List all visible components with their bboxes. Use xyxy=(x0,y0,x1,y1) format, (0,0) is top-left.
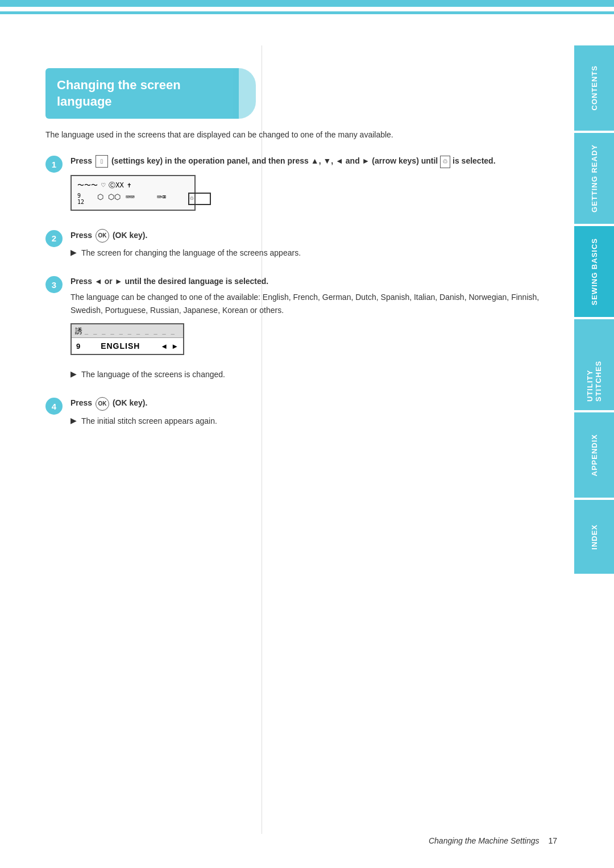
step-1-instruction: Press  (settings key) in the operation … xyxy=(70,155,540,168)
ok-key-icon-4: OK xyxy=(96,397,109,411)
lang-name: ENGLISH xyxy=(101,341,140,350)
cxx-icon: ⒸΧΧ xyxy=(109,181,123,190)
page-number: 17 xyxy=(548,836,557,845)
step-1-number: 1 xyxy=(45,156,63,173)
step-4: 4 Press OK (OK key). ▶ The initial stitc… xyxy=(45,397,540,431)
getting-ready-label: GETTING READY xyxy=(590,136,599,221)
screen-grid: 912 ⬡ ⬡⬡ ⌨⌨ ⌨⌫ ♲ xyxy=(77,193,189,205)
sidebar-tab-sewing-basics[interactable]: SEWING BASICS xyxy=(574,226,614,317)
step-2-bullet: ▶ The screen for changing the language o… xyxy=(70,247,540,259)
wave-icon: 〜〜〜 xyxy=(77,181,98,190)
grid-num-9-12: 912 xyxy=(77,193,97,205)
sidebar-tab-utility-stitches[interactable]: UTILITY STITCHES xyxy=(574,319,614,410)
sidebar-tab-contents[interactable]: CONTENTS xyxy=(574,45,614,131)
step-3-content: Press ◄ or ► until the desired language … xyxy=(70,275,540,385)
page-footer: Changing the Machine Settings 17 xyxy=(429,836,557,845)
grid-icons-left: ⬡ ⬡⬡ xyxy=(97,193,126,205)
step-1-screen-mockup: 〜〜〜 ♡ ⒸΧΧ ✝ 912 ⬡ ⬡⬡ ⌨⌨ ⌨⌫ ♲ xyxy=(70,175,196,211)
grid-icons-mid: ⌨⌨ xyxy=(126,193,157,205)
step-3-instruction: Press ◄ or ► until the desired language … xyxy=(70,275,540,287)
top-bar-thin xyxy=(0,11,614,14)
utility-stitches-label: UTILITY STITCHES xyxy=(586,319,603,410)
step-3-lang-list: The language can be changed to one of th… xyxy=(70,291,540,316)
bullet-arrow-3: ▶ xyxy=(70,369,77,378)
globe-icon: ♲ xyxy=(440,156,450,168)
main-content: Changing the screen language The languag… xyxy=(0,45,574,466)
step-4-bullet: ▶ The initial stitch screen appears agai… xyxy=(70,415,540,427)
step-1-content: Press  (settings key) in the operation … xyxy=(70,155,540,218)
lang-screen-top: 誘 _ _ _ _ _ _ _ _ _ _ _ xyxy=(72,324,183,338)
step-3-bullet: ▶ The language of the screens is changed… xyxy=(70,369,540,381)
heart-icon: ♡ xyxy=(101,181,105,189)
bullet-arrow-4: ▶ xyxy=(70,416,77,425)
lang-number: 9 xyxy=(76,342,80,350)
screen-icons-top: 〜〜〜 ♡ ⒸΧΧ ✝ xyxy=(77,181,189,190)
settings-key-icon:  xyxy=(96,155,108,168)
ok-key-icon: OK xyxy=(96,229,109,243)
language-screen-mockup: 誘 _ _ _ _ _ _ _ _ _ _ _ 9 ENGLISH ◄ ► xyxy=(70,323,184,355)
bullet-arrow-2: ▶ xyxy=(70,248,77,257)
right-sidebar: CONTENTS GETTING READY SEWING BASICS UTI… xyxy=(574,45,614,841)
step-4-instruction: Press OK (OK key). xyxy=(70,397,540,410)
step-2-bullet-text: The screen for changing the language of … xyxy=(81,247,301,259)
step-4-bullet-text: The initial stitch screen appears again. xyxy=(81,415,217,427)
top-decorative-bars xyxy=(0,0,614,45)
dashes-top: _ _ _ _ _ _ _ _ _ _ _ xyxy=(85,328,176,335)
index-label: INDEX xyxy=(590,516,599,558)
top-bar-thick xyxy=(0,0,614,7)
sewing-basics-label: SEWING BASICS xyxy=(590,229,599,314)
step-1: 1 Press  (settings key) in the operatio… xyxy=(45,155,540,218)
lang-left-arrow[interactable]: ◄ xyxy=(160,342,168,350)
lang-screen-bottom: 9 ENGLISH ◄ ► xyxy=(72,338,183,354)
footer-text: Changing the Machine Settings xyxy=(429,836,540,845)
sidebar-tab-index[interactable]: INDEX xyxy=(574,500,614,574)
step-4-content: Press OK (OK key). ▶ The initial stitch … xyxy=(70,397,540,431)
step-3: 3 Press ◄ or ► until the desired languag… xyxy=(45,275,540,385)
step-2-instruction: Press OK (OK key). xyxy=(70,229,540,243)
sidebar-tab-getting-ready[interactable]: GETTING READY xyxy=(574,133,614,224)
title-box: Changing the screen language xyxy=(45,68,239,119)
intro-text: The language used in the screens that ar… xyxy=(45,129,540,141)
lang-right-arrow[interactable]: ► xyxy=(171,342,179,350)
step-2-number: 2 xyxy=(45,230,63,247)
sidebar-tab-appendix[interactable]: APPENDIX xyxy=(574,412,614,498)
step-3-bullet-text: The language of the screens is changed. xyxy=(81,369,225,381)
page-title: Changing the screen language xyxy=(57,77,227,110)
appendix-label: APPENDIX xyxy=(590,425,599,485)
lang-screen-top-icon: 誘 xyxy=(75,326,82,336)
step-4-number: 4 xyxy=(45,398,63,415)
grid-icons-right: ⌨⌫ xyxy=(157,193,188,205)
step-2-content: Press OK (OK key). ▶ The screen for chan… xyxy=(70,229,540,264)
step-2: 2 Press OK (OK key). ▶ The screen for ch… xyxy=(45,229,540,264)
contents-label: CONTENTS xyxy=(590,57,599,119)
step-3-number: 3 xyxy=(45,276,63,293)
grid-globe-sel: ♲ xyxy=(188,193,211,205)
lang-nav-arrows: ◄ ► xyxy=(160,342,179,350)
cross-icon: ✝ xyxy=(127,181,131,189)
